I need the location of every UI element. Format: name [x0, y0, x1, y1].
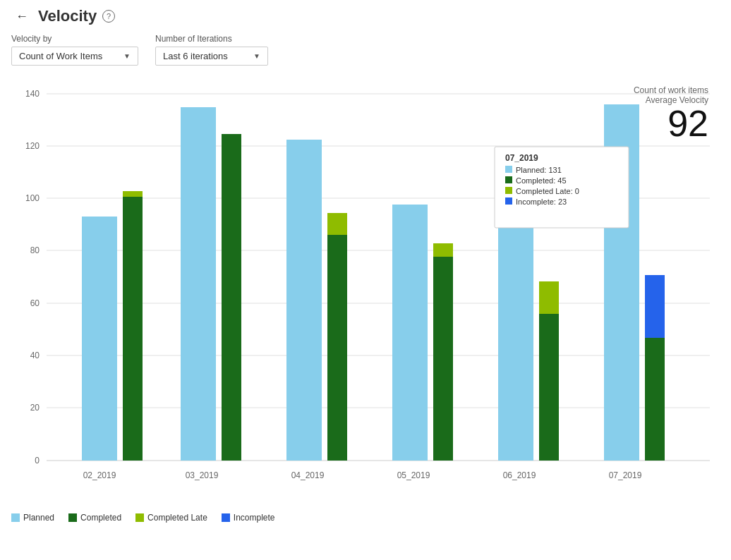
svg-text:04_2019: 04_2019	[291, 470, 325, 480]
bar-completed-02	[123, 197, 143, 461]
svg-text:140: 140	[25, 89, 40, 99]
bar-planned-03	[181, 107, 216, 461]
bar-completed-late-05	[433, 243, 453, 257]
bar-planned-05	[392, 205, 428, 461]
incomplete-swatch	[222, 513, 230, 522]
velocity-by-arrow: ▼	[123, 52, 131, 60]
svg-rect-26	[505, 176, 512, 183]
velocity-by-dropdown[interactable]: Count of Work Items ▼	[11, 47, 138, 66]
bar-completed-late-06	[539, 281, 559, 314]
svg-rect-28	[505, 187, 512, 194]
iterations-arrow: ▼	[253, 52, 260, 60]
svg-text:02_2019: 02_2019	[83, 470, 116, 480]
svg-text:06_2019: 06_2019	[503, 470, 536, 480]
svg-text:03_2019: 03_2019	[186, 470, 219, 480]
svg-text:20: 20	[30, 403, 40, 413]
svg-text:Incomplete: 23: Incomplete: 23	[516, 197, 567, 206]
velocity-by-label: Velocity by	[11, 34, 138, 44]
legend-completed-late-label: Completed Late	[147, 513, 207, 523]
bar-incomplete-07	[645, 275, 665, 338]
completed-swatch	[68, 513, 77, 522]
bar-completed-late-04	[327, 213, 347, 235]
completed-late-swatch	[135, 513, 144, 522]
bar-completed-07	[645, 338, 665, 461]
velocity-by-value: Count of Work Items	[19, 51, 102, 61]
svg-text:Completed: 45: Completed: 45	[516, 176, 567, 185]
svg-text:80: 80	[30, 245, 40, 255]
svg-text:07_2019: 07_2019	[505, 153, 538, 163]
legend-incomplete-label: Incomplete	[234, 513, 275, 523]
velocity-chart: 0 20 40 60 80 100 120 140	[11, 80, 720, 503]
legend-completed-label: Completed	[80, 513, 121, 523]
bar-planned-04	[286, 140, 322, 461]
svg-text:40: 40	[30, 351, 40, 360]
bar-completed-late-02	[123, 191, 143, 197]
svg-rect-30	[505, 197, 512, 205]
svg-text:07_2019: 07_2019	[609, 470, 642, 480]
svg-text:120: 120	[25, 141, 40, 151]
page-title: Velocity	[38, 7, 97, 25]
iterations-label: Number of Iterations	[155, 34, 268, 44]
iterations-value: Last 6 iterations	[163, 51, 228, 61]
svg-text:Planned: 131: Planned: 131	[516, 166, 562, 174]
svg-text:Completed Late: 0: Completed Late: 0	[516, 187, 579, 195]
bar-completed-03	[222, 134, 241, 461]
legend-incomplete: Incomplete	[222, 513, 275, 523]
bar-planned-06	[498, 217, 533, 461]
chart-legend: Planned Completed Completed Late Incompl…	[0, 506, 731, 530]
svg-text:100: 100	[25, 193, 40, 203]
svg-rect-24	[505, 166, 512, 173]
bar-completed-06	[539, 314, 559, 461]
legend-planned-label: Planned	[23, 513, 54, 523]
iterations-dropdown[interactable]: Last 6 iterations ▼	[155, 47, 268, 66]
svg-text:0: 0	[35, 456, 40, 465]
help-icon[interactable]: ?	[102, 10, 115, 23]
legend-completed: Completed	[68, 513, 121, 523]
bar-completed-05	[433, 257, 453, 461]
svg-text:60: 60	[30, 298, 40, 308]
planned-swatch	[11, 513, 20, 522]
svg-text:05_2019: 05_2019	[397, 470, 430, 480]
legend-completed-late: Completed Late	[135, 513, 207, 523]
back-button[interactable]: ←	[11, 8, 32, 25]
bar-completed-04	[327, 235, 347, 461]
bar-planned-02	[82, 217, 117, 461]
legend-planned: Planned	[11, 513, 54, 523]
